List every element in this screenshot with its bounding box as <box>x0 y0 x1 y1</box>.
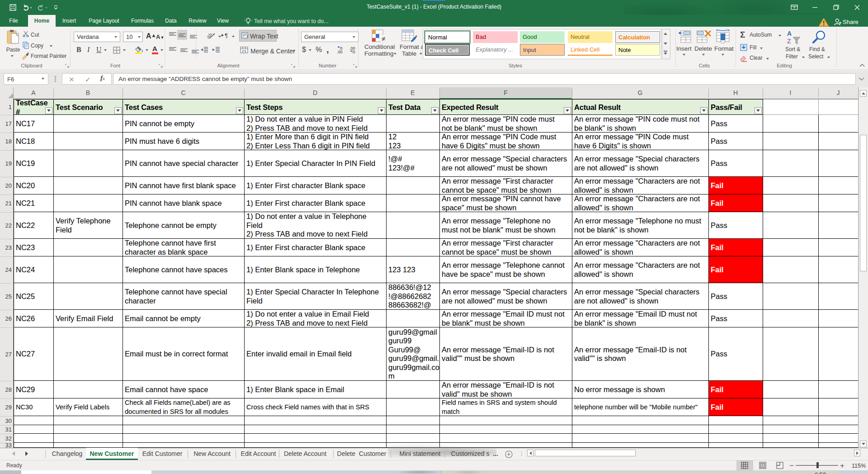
svg-text:≠: ≠ <box>382 35 385 43</box>
svg-text:.00: .00 <box>337 50 343 54</box>
svg-text:A: A <box>787 30 792 37</box>
svg-text:Z: Z <box>787 38 791 45</box>
svg-text:¶: ¶ <box>225 32 228 38</box>
svg-text:.0: .0 <box>352 50 355 54</box>
